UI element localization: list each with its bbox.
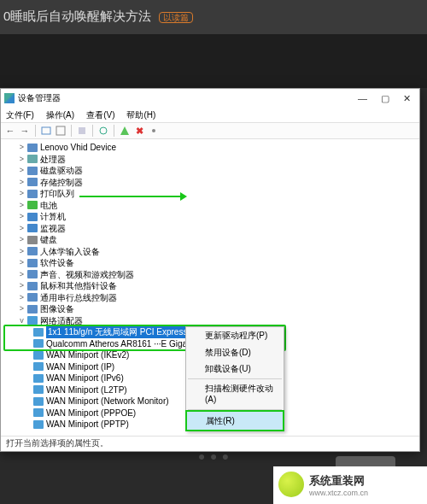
menu-file[interactable]: 文件(F) [6, 109, 34, 121]
titlebar[interactable]: 设备管理器 — ▢ ✕ [1, 89, 419, 108]
pager-dots: • • • [0, 446, 427, 463]
context-menu: 更新驱动程序(P) 禁用设备(D) 卸载设备(U) 扫描检测硬件改动(A) 属性… [185, 326, 284, 431]
separator [35, 125, 36, 137]
tb-icon[interactable] [76, 125, 88, 137]
monitor-icon [27, 224, 38, 232]
network-icon [33, 339, 44, 348]
cpu-icon [27, 155, 38, 163]
menu-action[interactable]: 操作(A) [46, 109, 74, 121]
tree-item[interactable]: >图像设备 [6, 303, 414, 315]
separator [71, 125, 72, 137]
menu-item-properties[interactable]: 属性(R) [185, 410, 284, 432]
logo-icon [278, 472, 304, 497]
tree-item[interactable]: >声音、视频和游戏控制器 [6, 269, 414, 281]
toolbar: ← → ✖ [1, 122, 419, 139]
menu-item-uninstall[interactable]: 卸载设备(U) [186, 360, 284, 378]
device-icon [27, 144, 38, 152]
separator [92, 125, 93, 137]
separator [188, 378, 282, 379]
menu-view[interactable]: 查看(V) [86, 109, 114, 121]
svg-rect-1 [56, 126, 65, 135]
software-icon [27, 259, 38, 267]
tree-item[interactable]: >监视器 [6, 223, 414, 235]
tree-item[interactable]: >打印队列 [6, 188, 414, 200]
menu-item-update-driver[interactable]: 更新驱动程序(P) [186, 327, 284, 344]
network-icon [33, 362, 44, 371]
tb-icon[interactable] [40, 125, 52, 137]
refresh-button[interactable] [97, 125, 109, 137]
watermark: 系统重装网 www.xtcz.com.cn [273, 466, 427, 504]
tree-item[interactable]: >磁盘驱动器 [6, 165, 414, 177]
app-icon [4, 93, 15, 103]
tree-item-network-adapters[interactable]: v网络适配器 [6, 315, 414, 327]
network-icon [33, 385, 44, 394]
battery-icon [27, 201, 38, 209]
tree-item[interactable]: >通用串行总线控制器 [6, 292, 414, 304]
device-tree[interactable]: >Lenovo Vhid Device >处理器 >磁盘驱动器 >存储控制器 >… [1, 139, 419, 436]
storage-icon [27, 178, 38, 186]
separator [114, 125, 114, 137]
hid-icon [27, 247, 38, 255]
network-icon [33, 351, 44, 360]
tree-item[interactable]: >存储控制器 [6, 177, 414, 189]
tree-item[interactable]: >处理器 [6, 154, 414, 166]
tree-item[interactable]: >鼠标和其他指针设备 [6, 280, 414, 292]
dark-band [0, 34, 427, 88]
printer-icon [27, 190, 38, 198]
tb-icon[interactable] [148, 125, 160, 137]
menu-help[interactable]: 帮助(H) [126, 109, 155, 121]
disk-icon [27, 167, 38, 175]
network-icon [33, 397, 44, 406]
tb-icon[interactable] [119, 125, 131, 137]
svg-marker-4 [120, 126, 129, 135]
svg-rect-0 [42, 127, 50, 134]
network-icon [33, 420, 44, 429]
menu-item-scan[interactable]: 扫描检测硬件改动(A) [186, 380, 284, 408]
tree-item[interactable]: >Lenovo Vhid Device [6, 142, 414, 154]
tree-item[interactable]: >人体学输入设备 [6, 246, 414, 258]
menubar: 文件(F) 操作(A) 查看(V) 帮助(H) [1, 108, 419, 122]
stop-button[interactable]: ✖ [133, 125, 145, 137]
computer-icon [27, 213, 38, 221]
imaging-icon [27, 305, 38, 314]
forward-button[interactable]: → [19, 125, 31, 137]
mouse-icon [27, 282, 38, 290]
minimize-button[interactable]: — [358, 93, 367, 104]
back-button[interactable]: ← [4, 125, 16, 137]
tb-icon[interactable] [55, 125, 67, 137]
network-icon [33, 374, 44, 383]
network-icon [27, 316, 38, 325]
tree-item[interactable]: >软件设备 [6, 257, 414, 269]
close-button[interactable]: ✕ [403, 93, 411, 104]
svg-point-5 [152, 129, 155, 132]
window-title: 设备管理器 [18, 92, 358, 104]
page-caption: 0睡眠后自动唤醒解决方法 以读篇 [0, 0, 427, 34]
tree-item[interactable]: >键盘 [6, 234, 414, 246]
svg-rect-2 [79, 127, 85, 134]
tree-item[interactable]: >计算机 [6, 211, 414, 223]
network-icon [33, 328, 44, 337]
annotation-arrow [79, 196, 185, 197]
usb-icon [27, 293, 38, 302]
maximize-button[interactable]: ▢ [381, 93, 389, 104]
device-manager-window: 设备管理器 — ▢ ✕ 文件(F) 操作(A) 查看(V) 帮助(H) ← → … [0, 88, 420, 452]
tree-item[interactable]: >电池 [6, 200, 414, 212]
network-icon [33, 408, 44, 417]
menu-item-disable[interactable]: 禁用设备(D) [186, 344, 284, 361]
svg-point-3 [100, 127, 107, 134]
keyboard-icon [27, 236, 38, 244]
sound-icon [27, 270, 38, 278]
